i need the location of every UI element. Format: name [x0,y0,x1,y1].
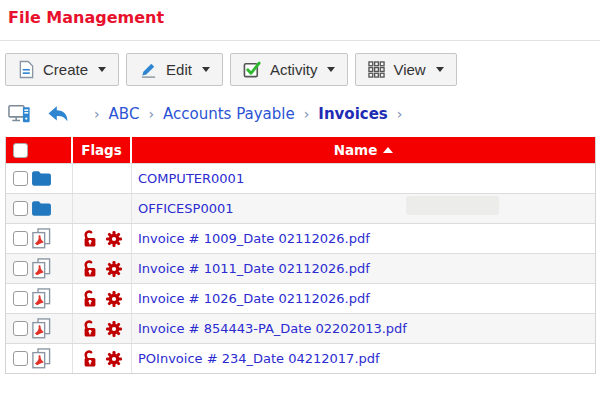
edit-button[interactable]: Edit [126,53,223,86]
name-column-header-label: Name [334,142,378,158]
back-arrow-icon[interactable] [47,105,69,123]
pdf-file-icon [31,258,52,279]
breadcrumb: › ABC › Accounts Payable › Invoices › [8,102,600,126]
file-link[interactable]: Invoice # 854443-PA_Date 02202013.pdf [138,321,407,336]
sort-ascending-icon [383,147,393,153]
row-checkbox[interactable] [13,201,28,216]
table-row: Invoice # 1009_Date 02112026.pdf [6,223,595,253]
breadcrumb-separator: › [397,106,403,122]
folder-link[interactable]: COMPUTER0001 [138,171,244,186]
folder-icon [31,200,52,217]
tooltip-shadow-artifact [406,196,499,215]
file-link[interactable]: Invoice # 1026_Date 02112026.pdf [138,291,370,306]
breadcrumb-item-abc[interactable]: ABC [109,105,140,123]
grid-icon [368,61,385,78]
table-row: Invoice # 1011_Date 02112026.pdf [6,253,595,283]
activity-button-label: Activity [270,61,318,78]
create-button-label: Create [43,61,88,78]
table-row: Invoice # 1026_Date 02112026.pdf [6,283,595,313]
view-button[interactable]: View [355,53,456,86]
breadcrumb-item-accounts-payable[interactable]: Accounts Payable [163,105,295,123]
select-all-checkbox[interactable] [13,143,28,158]
pdf-file-icon [31,288,52,309]
gear-icon[interactable] [105,350,123,368]
chevron-down-icon [327,67,335,72]
table-row: Invoice # 854443-PA_Date 02202013.pdf [6,313,595,343]
chevron-down-icon [436,67,444,72]
row-checkbox[interactable] [13,171,28,186]
row-checkbox[interactable] [13,291,28,306]
gear-icon[interactable] [105,290,123,308]
pdf-file-icon [31,318,52,339]
unlocked-icon[interactable] [81,320,99,338]
unlocked-icon[interactable] [81,260,99,278]
name-column-header[interactable]: Name [132,137,595,163]
page-title: File Management [8,8,600,27]
table-row: POInvoice # 234_Date 04212017.pdf [6,343,595,373]
select-all-header-cell [6,137,73,163]
unlocked-icon[interactable] [81,350,99,368]
row-checkbox[interactable] [13,351,28,366]
workstation-icon[interactable] [8,103,33,125]
create-button[interactable]: Create [5,53,119,86]
table-row: OFFICESP0001 [6,193,595,223]
row-checkbox[interactable] [13,321,28,336]
breadcrumb-separator: › [148,106,154,122]
gear-icon[interactable] [105,230,123,248]
file-table: Flags Name COMPUTER0001 OFFICESP0001 [5,137,596,374]
breadcrumb-separator: › [304,106,310,122]
chevron-down-icon [98,67,106,72]
folder-link[interactable]: OFFICESP0001 [138,201,234,216]
unlocked-icon[interactable] [81,230,99,248]
folder-icon [31,170,52,187]
flags-column-header[interactable]: Flags [73,137,132,163]
checked-checkbox-icon [243,60,262,79]
gear-icon[interactable] [105,320,123,338]
edit-button-label: Edit [166,61,192,78]
breadcrumb-separator: › [94,106,100,122]
file-link[interactable]: POInvoice # 234_Date 04212017.pdf [138,351,380,366]
pdf-file-icon [31,228,52,249]
pencil-icon [139,60,158,79]
file-link[interactable]: Invoice # 1009_Date 02112026.pdf [138,231,370,246]
breadcrumb-item-invoices[interactable]: Invoices [318,105,387,123]
table-header-row: Flags Name [6,137,595,163]
chevron-down-icon [202,67,210,72]
activity-button[interactable]: Activity [230,53,349,86]
gear-icon[interactable] [105,260,123,278]
unlocked-icon[interactable] [81,290,99,308]
new-document-icon [18,60,35,79]
row-checkbox[interactable] [13,261,28,276]
table-row: COMPUTER0001 [6,163,595,193]
pdf-file-icon [31,348,52,369]
toolbar: Create Edit Activity [5,53,600,86]
file-link[interactable]: Invoice # 1011_Date 02112026.pdf [138,261,370,276]
row-checkbox[interactable] [13,231,28,246]
view-button-label: View [393,61,425,78]
title-divider [0,40,600,41]
